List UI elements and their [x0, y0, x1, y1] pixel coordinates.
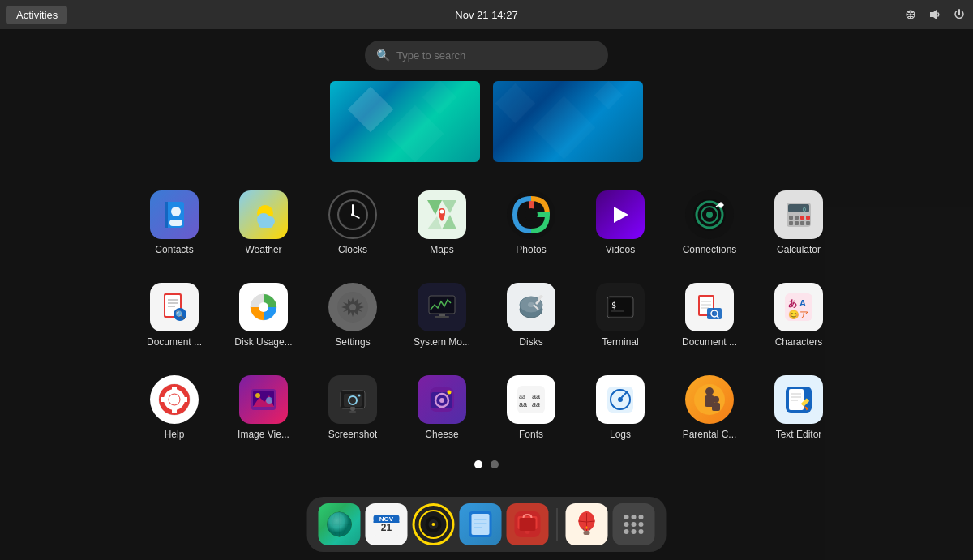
top-bar: Activities Nov 21 14:27 — [0, 0, 973, 29]
search-icon: 🔍 — [376, 49, 390, 62]
network-icon[interactable] — [903, 7, 918, 22]
svg-rect-43 — [795, 216, 799, 220]
app-cheese[interactable]: Cheese — [397, 363, 486, 452]
app-weather[interactable]: Weather — [219, 178, 308, 267]
power-icon[interactable] — [952, 7, 967, 22]
svg-point-123 — [705, 387, 714, 395]
app-disk-usage[interactable]: Disk Usage... — [219, 271, 308, 360]
svg-point-125 — [713, 396, 719, 403]
svg-point-165 — [632, 522, 637, 527]
app-clocks[interactable]: Clocks — [308, 178, 397, 267]
svg-text:aa: aa — [519, 392, 525, 400]
fonts-icon: aa aa aa aa — [507, 375, 555, 424]
svg-point-161 — [624, 515, 629, 519]
svg-point-168 — [632, 529, 637, 534]
videos-label: Videos — [606, 244, 635, 255]
svg-marker-10 — [930, 10, 937, 19]
app-document-viewer[interactable]: 🔍 Document ... — [130, 271, 219, 360]
disk-usage-label: Disk Usage... — [234, 336, 292, 348]
image-viewer-icon — [239, 375, 288, 424]
maps-label: Maps — [430, 244, 453, 255]
app-connections[interactable]: Connections — [665, 178, 754, 267]
dock-notes[interactable] — [460, 503, 502, 545]
svg-rect-93 — [172, 406, 177, 413]
svg-point-162 — [632, 515, 637, 519]
app-text-editor[interactable]: Text Editor — [754, 363, 843, 452]
app-maps[interactable]: Maps — [397, 178, 486, 267]
page-dot-2[interactable] — [491, 460, 499, 468]
app-row-2: 🔍 Document ... — [130, 271, 843, 360]
app-fonts[interactable]: aa aa aa aa Fonts — [486, 363, 576, 452]
svg-point-36 — [706, 212, 713, 218]
volume-icon[interactable] — [928, 7, 942, 22]
svg-text:ア: ア — [799, 310, 808, 319]
app-contacts[interactable]: Contacts — [130, 178, 219, 267]
svg-point-13 — [171, 207, 181, 216]
logs-label: Logs — [610, 429, 631, 440]
app-disks[interactable]: Disks — [486, 271, 576, 360]
svg-rect-128 — [789, 389, 804, 410]
characters-label: Characters — [775, 336, 823, 348]
app-terminal[interactable]: $_ Terminal — [576, 271, 665, 360]
photos-icon — [507, 190, 555, 239]
svg-rect-46 — [789, 221, 793, 225]
app-videos[interactable]: Videos — [576, 178, 665, 267]
photos-label: Photos — [516, 244, 546, 255]
system-monitor-icon — [418, 283, 466, 331]
svg-rect-126 — [712, 403, 720, 411]
window-thumb-1[interactable] — [330, 81, 480, 162]
search-bar[interactable]: 🔍 — [365, 41, 608, 70]
app-logs[interactable]: Logs — [576, 363, 665, 452]
app-calculator[interactable]: 0 Calculator — [754, 178, 843, 267]
activities-button[interactable]: Activities — [6, 6, 67, 24]
maps-icon — [418, 190, 466, 239]
screenshot-label: Screenshot — [328, 429, 378, 440]
document-scanner-icon — [685, 283, 734, 331]
app-image-viewer[interactable]: Image Vie... — [219, 363, 308, 452]
app-system-monitor[interactable]: System Mo... — [397, 271, 486, 360]
window-thumb-2[interactable] — [493, 81, 643, 162]
search-input[interactable] — [396, 49, 597, 62]
contacts-label: Contacts — [155, 244, 193, 255]
page-dots — [474, 460, 499, 468]
svg-point-138 — [328, 512, 352, 536]
svg-text:aa: aa — [532, 400, 540, 408]
dock-rhythmbox[interactable] — [413, 503, 455, 545]
svg-rect-92 — [172, 387, 177, 393]
dock-software[interactable] — [507, 503, 549, 545]
image-viewer-label: Image Vie... — [238, 429, 289, 440]
svg-rect-40 — [788, 204, 809, 212]
svg-rect-42 — [789, 216, 793, 220]
svg-point-112 — [448, 391, 452, 395]
app-parental[interactable]: Parental C... — [665, 363, 754, 452]
svg-point-101 — [266, 397, 272, 404]
app-document-scanner[interactable]: Document ... — [665, 271, 754, 360]
svg-text:あ: あ — [788, 298, 797, 308]
document-viewer-label: Document ... — [147, 336, 202, 348]
app-settings[interactable]: Settings — [308, 271, 397, 360]
app-help[interactable]: Help — [130, 363, 219, 452]
svg-point-31 — [525, 208, 538, 221]
svg-rect-64 — [439, 314, 445, 316]
cheese-icon — [418, 375, 466, 424]
dock-hot[interactable] — [566, 503, 608, 545]
dock-all-apps[interactable] — [613, 503, 655, 545]
dock-globe[interactable] — [319, 503, 361, 545]
fonts-label: Fonts — [519, 429, 543, 440]
page-dot-1[interactable] — [474, 460, 482, 468]
svg-text:aa: aa — [519, 400, 527, 408]
datetime-display: Nov 21 14:27 — [455, 9, 517, 21]
document-viewer-icon: 🔍 — [150, 283, 199, 331]
dock-calendar[interactable]: NOV 21 — [366, 503, 408, 545]
svg-point-147 — [432, 523, 435, 526]
app-screenshot[interactable]: Screenshot — [308, 363, 397, 452]
app-photos[interactable]: Photos — [486, 178, 576, 267]
calculator-label: Calculator — [777, 244, 821, 255]
text-editor-icon — [774, 375, 823, 424]
app-characters[interactable]: あ A 😊 ア Characters — [754, 271, 843, 360]
disks-label: Disks — [519, 336, 542, 348]
svg-point-100 — [255, 393, 260, 398]
main-content: 🔍 — [0, 29, 973, 560]
svg-rect-18 — [259, 221, 273, 228]
disk-usage-icon — [239, 283, 288, 331]
